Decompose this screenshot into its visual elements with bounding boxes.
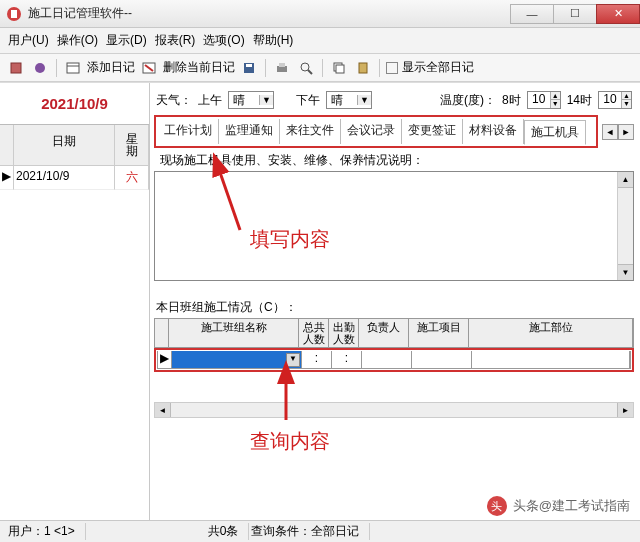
grid-col-part: 施工部位 bbox=[469, 319, 633, 347]
status-total: 共0条 bbox=[206, 523, 250, 540]
section2-label: 本日班组施工情况（C）： bbox=[156, 299, 634, 316]
maximize-button[interactable]: ☐ bbox=[553, 4, 597, 24]
tab-meeting[interactable]: 会议记录 bbox=[341, 119, 402, 144]
tab-scroll-right[interactable]: ► bbox=[618, 124, 634, 140]
menu-help[interactable]: 帮助(H) bbox=[253, 32, 294, 49]
am-label: 上午 bbox=[198, 92, 222, 109]
scroll-right-icon[interactable]: ► bbox=[617, 403, 633, 417]
weather-label: 天气： bbox=[156, 92, 192, 109]
status-bar: 用户：1 <1> 共0条 查询条件：全部日记 bbox=[0, 520, 640, 542]
add-diary-button[interactable]: 添加日记 bbox=[87, 59, 135, 76]
preview-icon[interactable] bbox=[296, 58, 316, 78]
grid-col-attend: 出勤 人数 bbox=[329, 319, 359, 347]
close-button[interactable]: ✕ bbox=[596, 4, 640, 24]
grid-col-project: 施工项目 bbox=[409, 319, 469, 347]
weekday-col-header: 星 期 bbox=[115, 125, 149, 166]
row-marker: ▶ bbox=[0, 166, 14, 190]
horizontal-scrollbar[interactable]: ◄ ► bbox=[154, 402, 634, 418]
tab-change[interactable]: 变更签证 bbox=[402, 119, 463, 144]
grid-project-cell[interactable] bbox=[412, 351, 472, 368]
save-icon[interactable] bbox=[239, 58, 259, 78]
paste-icon[interactable] bbox=[353, 58, 373, 78]
calendar-icon[interactable] bbox=[63, 58, 83, 78]
t2-spinner[interactable]: 10 ▲▼ bbox=[598, 91, 632, 109]
menu-display[interactable]: 显示(D) bbox=[106, 32, 147, 49]
minimize-button[interactable]: — bbox=[510, 4, 554, 24]
toolbar: 添加日记 删除当前日记 显示全部日记 bbox=[0, 54, 640, 82]
grid-col-total: 总共 人数 bbox=[299, 319, 329, 347]
svg-rect-9 bbox=[246, 64, 252, 67]
tab-scroll-left[interactable]: ◄ bbox=[602, 124, 618, 140]
grid-col-leader: 负责人 bbox=[359, 319, 409, 347]
row-weekday: 六 bbox=[115, 166, 149, 190]
temp-label: 温度(度)： bbox=[440, 92, 496, 109]
show-all-label[interactable]: 显示全部日记 bbox=[402, 59, 474, 76]
show-all-checkbox[interactable] bbox=[386, 62, 398, 74]
menu-operate[interactable]: 操作(O) bbox=[57, 32, 98, 49]
chevron-down-icon: ▼ bbox=[286, 353, 300, 367]
t1-spinner[interactable]: 10 ▲▼ bbox=[527, 91, 561, 109]
tabs: 工作计划 监理通知 来往文件 会议记录 变更签证 材料设备 施工机具 bbox=[154, 115, 598, 148]
row-date: 2021/10/9 bbox=[14, 166, 115, 190]
tab-supervision[interactable]: 监理通知 bbox=[219, 119, 280, 144]
section1-textarea[interactable]: ▲ ▼ bbox=[154, 171, 634, 281]
grid-team-dropdown[interactable]: ▼ bbox=[172, 351, 302, 368]
window-buttons: — ☐ ✕ bbox=[511, 4, 640, 24]
chevron-down-icon: ▼ bbox=[357, 95, 371, 105]
grid-part-cell[interactable] bbox=[472, 351, 630, 368]
app-icon bbox=[6, 6, 22, 22]
up-arrow-icon: ▲ bbox=[621, 92, 631, 100]
tab-nav: ◄ ► bbox=[602, 124, 634, 140]
annotation-query: 查询内容 bbox=[250, 428, 330, 455]
svg-rect-4 bbox=[67, 63, 79, 73]
copy-icon[interactable] bbox=[329, 58, 349, 78]
svg-rect-16 bbox=[359, 63, 367, 73]
tab-material[interactable]: 材料设备 bbox=[463, 119, 524, 144]
tab-equipment[interactable]: 施工机具 bbox=[524, 120, 586, 145]
status-cond: 查询条件：全部日记 bbox=[249, 523, 370, 540]
tabs-wrap: 工作计划 监理通知 来往文件 会议记录 变更签证 材料设备 施工机具 ◄ ► bbox=[154, 115, 634, 148]
window-title: 施工日记管理软件-- bbox=[28, 5, 511, 22]
grid-leader-cell[interactable] bbox=[362, 351, 412, 368]
watermark: 头 头条@建工考试指南 bbox=[487, 496, 630, 516]
date-col-marker bbox=[0, 125, 14, 166]
current-date-banner: 2021/10/9 bbox=[0, 83, 149, 124]
annotation-fill: 填写内容 bbox=[250, 226, 330, 253]
grid-attend-cell[interactable]: : bbox=[332, 351, 362, 368]
toolbar-icon-1[interactable] bbox=[6, 58, 26, 78]
tab-documents[interactable]: 来往文件 bbox=[280, 119, 341, 144]
scroll-down-icon[interactable]: ▼ bbox=[618, 264, 633, 280]
toolbar-icon-2[interactable] bbox=[30, 58, 50, 78]
svg-rect-15 bbox=[336, 65, 344, 73]
print-icon[interactable] bbox=[272, 58, 292, 78]
title-bar: 施工日记管理软件-- — ☐ ✕ bbox=[0, 0, 640, 28]
up-arrow-icon: ▲ bbox=[550, 92, 560, 100]
grid-total-cell[interactable]: : bbox=[302, 351, 332, 368]
pm-weather-combo[interactable]: 晴▼ bbox=[326, 91, 372, 109]
menu-report[interactable]: 报表(R) bbox=[155, 32, 196, 49]
svg-rect-2 bbox=[11, 63, 21, 73]
delete-current-button[interactable]: 删除当前日记 bbox=[163, 59, 235, 76]
date-col-header: 日期 bbox=[14, 125, 115, 166]
right-pane: 天气： 上午 晴▼ 下午 晴▼ 温度(度)： 8时 10 ▲▼ 14时 10 ▲… bbox=[150, 83, 640, 520]
grid-highlight: ▶ ▼ : : bbox=[154, 348, 634, 372]
scroll-left-icon[interactable]: ◄ bbox=[155, 403, 171, 417]
grid-header: 施工班组名称 总共 人数 出勤 人数 负责人 施工项目 施工部位 bbox=[154, 318, 634, 348]
menu-bar: 用户(U) 操作(O) 显示(D) 报表(R) 选项(O) 帮助(H) bbox=[0, 28, 640, 54]
watermark-text: 头条@建工考试指南 bbox=[513, 497, 630, 515]
am-weather-combo[interactable]: 晴▼ bbox=[228, 91, 274, 109]
chevron-down-icon: ▼ bbox=[259, 95, 273, 105]
scroll-up-icon[interactable]: ▲ bbox=[618, 172, 633, 188]
date-row[interactable]: ▶ 2021/10/9 六 bbox=[0, 166, 149, 190]
grid-row[interactable]: ▶ ▼ : : bbox=[157, 351, 631, 369]
t1-label: 8时 bbox=[502, 92, 521, 109]
grid-col-team: 施工班组名称 bbox=[169, 319, 299, 347]
vertical-scrollbar[interactable]: ▲ ▼ bbox=[617, 172, 633, 280]
svg-line-13 bbox=[308, 70, 312, 74]
status-user: 用户：1 <1> bbox=[6, 523, 86, 540]
tab-work-plan[interactable]: 工作计划 bbox=[158, 119, 219, 144]
watermark-logo-icon: 头 bbox=[487, 496, 507, 516]
delete-icon[interactable] bbox=[139, 58, 159, 78]
menu-user[interactable]: 用户(U) bbox=[8, 32, 49, 49]
menu-options[interactable]: 选项(O) bbox=[203, 32, 244, 49]
